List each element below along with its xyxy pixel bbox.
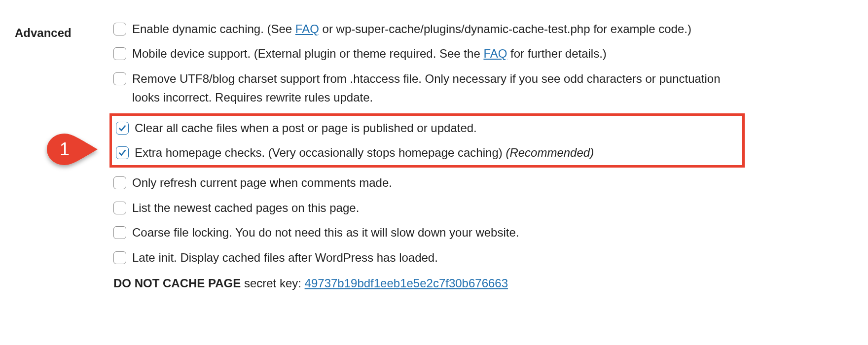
- secret-key-label-rest: secret key:: [241, 276, 304, 290]
- secret-key-label-bold: DO NOT CACHE PAGE: [113, 276, 241, 290]
- option-late-init: Late init. Display cached files after Wo…: [113, 248, 745, 267]
- option-label: Remove UTF8/blog charset support from .h…: [132, 69, 745, 107]
- option-label: Late init. Display cached files after Wo…: [132, 248, 438, 267]
- checkbox-coarse-file-locking[interactable]: [113, 226, 126, 239]
- advanced-options-list: Enable dynamic caching. (See FAQ or wp-s…: [113, 20, 745, 293]
- checkbox-list-newest-cached[interactable]: [113, 202, 126, 214]
- option-coarse-file-locking: Coarse file locking. You do not need thi…: [113, 223, 745, 242]
- checkbox-clear-cache-on-publish[interactable]: [116, 122, 129, 135]
- option-mobile-device-support: Mobile device support. (External plugin …: [113, 44, 745, 63]
- option-label: Extra homepage checks. (Very occasionall…: [135, 143, 594, 162]
- option-label: Clear all cache files when a post or pag…: [135, 119, 477, 138]
- faq-link[interactable]: FAQ: [295, 22, 319, 35]
- option-label: Mobile device support. (External plugin …: [132, 44, 607, 63]
- option-list-newest-cached: List the newest cached pages on this pag…: [113, 199, 745, 217]
- secret-key-row: DO NOT CACHE PAGE secret key: 49737b19bd…: [113, 274, 745, 293]
- section-heading: Advanced: [15, 20, 113, 293]
- secret-key-link[interactable]: 49737b19bdf1eeb1e5e2c7f30b676663: [305, 276, 508, 290]
- option-refresh-on-comment: Only refresh current page when comments …: [113, 173, 745, 192]
- option-label: Coarse file locking. You do not need thi…: [132, 223, 519, 242]
- checkbox-mobile-device-support[interactable]: [113, 47, 126, 60]
- checkbox-enable-dynamic-caching[interactable]: [113, 23, 126, 35]
- option-remove-utf8-charset: Remove UTF8/blog charset support from .h…: [113, 69, 745, 107]
- option-label: Only refresh current page when comments …: [132, 173, 392, 192]
- option-enable-dynamic-caching: Enable dynamic caching. (See FAQ or wp-s…: [113, 20, 745, 38]
- checkbox-late-init[interactable]: [113, 251, 126, 264]
- option-label: Enable dynamic caching. (See FAQ or wp-s…: [132, 20, 691, 38]
- option-extra-homepage-checks: Extra homepage checks. (Very occasionall…: [116, 143, 738, 162]
- option-clear-cache-on-publish: Clear all cache files when a post or pag…: [116, 119, 738, 138]
- checkbox-remove-utf8-charset[interactable]: [113, 72, 126, 85]
- highlighted-options: Clear all cache files when a post or pag…: [109, 113, 745, 168]
- faq-link[interactable]: FAQ: [483, 47, 507, 60]
- checkbox-refresh-on-comment[interactable]: [113, 176, 126, 189]
- checkbox-extra-homepage-checks[interactable]: [116, 146, 129, 159]
- option-label: List the newest cached pages on this pag…: [132, 199, 359, 217]
